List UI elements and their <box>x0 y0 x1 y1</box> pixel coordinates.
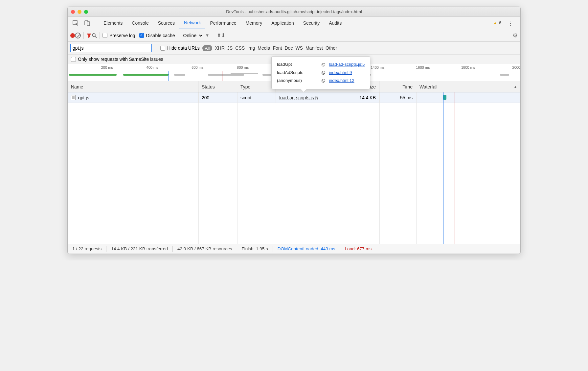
stack-link[interactable]: index.html:9 <box>329 69 352 77</box>
network-toolbar: Preserve log Disable cache Online ▼ ⬆ ⬇ … <box>68 29 520 42</box>
tab-security[interactable]: Security <box>299 17 325 29</box>
upload-har-icon[interactable]: ⬆ <box>217 32 221 38</box>
hide-data-urls-checkbox[interactable]: Hide data URLs <box>160 45 200 51</box>
tab-network[interactable]: Network <box>179 17 205 29</box>
devtools-window: DevTools - publisher-ads-audits.glitch.m… <box>67 7 521 254</box>
initiator-stack-tooltip: loadGpt @ load-ad-scripts.js:5 loadAdScr… <box>271 56 370 89</box>
device-toolbar-icon[interactable] <box>83 18 92 28</box>
record-button[interactable] <box>70 33 75 38</box>
more-menu-icon[interactable]: ⋮ <box>506 18 515 28</box>
svg-point-3 <box>92 34 95 37</box>
search-icon[interactable] <box>92 33 97 38</box>
initiator-link[interactable]: load-ad-scripts.js:5 <box>279 95 318 100</box>
col-header-time[interactable]: Time <box>379 81 416 92</box>
filter-type-xhr[interactable]: XHR <box>215 45 225 51</box>
zoom-icon[interactable] <box>84 10 88 14</box>
status-requests: 1 / 22 requests <box>68 246 106 251</box>
status-finish: Finish: 1.95 s <box>237 246 273 251</box>
cell-waterfall <box>416 92 520 103</box>
minimize-icon[interactable] <box>78 10 81 14</box>
cell-name: gpt.js <box>68 92 198 103</box>
stack-frame: (anonymous) @ index.html:12 <box>277 77 365 85</box>
tab-memory[interactable]: Memory <box>241 17 267 29</box>
filter-type-js[interactable]: JS <box>227 45 233 51</box>
status-transferred: 14.4 KB / 231 KB transferred <box>106 246 172 251</box>
dcl-line <box>443 92 443 244</box>
cell-initiator: load-ad-scripts.js:5 <box>276 92 340 103</box>
status-bar: 1 / 22 requests 14.4 KB / 231 KB transfe… <box>68 244 520 254</box>
status-load: Load: 677 ms <box>340 246 376 251</box>
filter-type-other[interactable]: Other <box>326 45 337 51</box>
table-row[interactable]: gpt.js 200 script load-ad-scripts.js:5 1… <box>68 92 520 103</box>
filter-input[interactable] <box>70 44 152 52</box>
tab-console[interactable]: Console <box>127 17 153 29</box>
preserve-log-checkbox[interactable]: Preserve log <box>102 33 135 38</box>
inspect-element-icon[interactable] <box>71 18 80 28</box>
samesite-checkbox[interactable]: Only show requests with SameSite issues <box>71 57 163 62</box>
filter-type-doc[interactable]: Doc <box>284 45 293 51</box>
filter-type-media[interactable]: Media <box>258 45 270 51</box>
stack-frame: loadGpt @ load-ad-scripts.js:5 <box>277 61 365 69</box>
cell-type: script <box>237 92 276 103</box>
col-header-status[interactable]: Status <box>198 81 237 92</box>
warning-icon: ▲ <box>493 20 497 25</box>
window-title: DevTools - publisher-ads-audits.glitch.m… <box>68 9 520 14</box>
col-header-type[interactable]: Type <box>237 81 276 92</box>
disable-cache-checkbox[interactable]: Disable cache <box>139 33 175 38</box>
svg-line-4 <box>95 36 97 38</box>
settings-icon[interactable]: ⚙ <box>512 32 518 39</box>
file-icon <box>71 95 76 100</box>
filter-type-all[interactable]: All <box>202 45 212 51</box>
tab-performance[interactable]: Performance <box>205 17 241 29</box>
stack-link[interactable]: load-ad-scripts.js:5 <box>329 61 365 69</box>
status-dcl: DOMContentLoaded: 443 ms <box>273 246 340 251</box>
main-tab-bar: Elements Console Sources Network Perform… <box>68 17 520 29</box>
load-line <box>455 92 455 244</box>
clear-button[interactable] <box>75 33 81 38</box>
stack-frame: loadAdScripts @ index.html:9 <box>277 69 365 77</box>
download-har-icon[interactable]: ⬇ <box>221 32 225 38</box>
tab-elements[interactable]: Elements <box>99 17 127 29</box>
filter-type-ws[interactable]: WS <box>295 45 303 51</box>
throttling-select[interactable]: Online <box>181 32 203 39</box>
filter-bar: Hide data URLs All XHR JS CSS Img Media … <box>68 42 520 55</box>
filter-type-font[interactable]: Font <box>273 45 282 51</box>
window-controls <box>71 10 88 14</box>
filter-type-img[interactable]: Img <box>247 45 255 51</box>
close-icon[interactable] <box>71 10 75 14</box>
warnings-badge[interactable]: ▲ 6 <box>493 20 501 25</box>
filter-type-css[interactable]: CSS <box>235 45 245 51</box>
tab-sources[interactable]: Sources <box>153 17 179 29</box>
col-header-waterfall[interactable]: Waterfall <box>416 81 520 92</box>
col-header-name[interactable]: Name <box>68 81 198 92</box>
cell-status: 200 <box>198 92 237 103</box>
status-resources: 42.9 KB / 667 KB resources <box>173 246 237 251</box>
filter-type-manifest[interactable]: Manifest <box>305 45 323 51</box>
svg-rect-2 <box>87 22 90 26</box>
request-table-body: gpt.js 200 script load-ad-scripts.js:5 1… <box>68 92 520 244</box>
cell-size: 14.4 KB <box>340 92 379 103</box>
tab-application[interactable]: Application <box>267 17 299 29</box>
filter-icon[interactable] <box>86 33 92 38</box>
titlebar: DevTools - publisher-ads-audits.glitch.m… <box>68 7 520 17</box>
dropdown-icon: ▼ <box>205 33 210 38</box>
cell-time: 55 ms <box>379 92 416 103</box>
tab-audits[interactable]: Audits <box>324 17 346 29</box>
warning-count: 6 <box>499 20 501 25</box>
stack-link[interactable]: index.html:12 <box>329 77 354 85</box>
